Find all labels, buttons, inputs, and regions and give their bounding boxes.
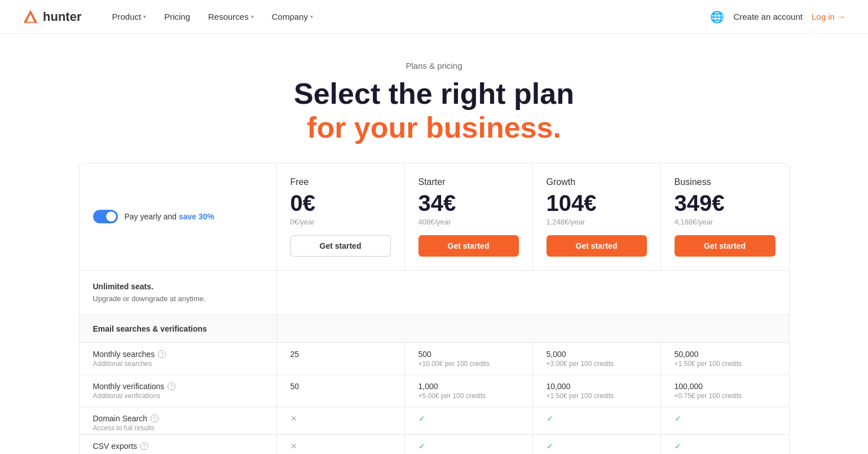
feature-csv-growth: ✓ [533, 435, 661, 454]
toggle-save-label: save 30% [179, 212, 214, 221]
unlimited-seats-title: Unlimited seats. [93, 282, 263, 291]
feature-domain-business: ✓ [661, 407, 789, 434]
toggle-knob [106, 211, 116, 222]
feature-domain-growth: ✓ [533, 407, 661, 434]
info-icon-verifications[interactable]: ? [168, 382, 175, 390]
starter-get-started-button[interactable]: Get started [418, 235, 519, 257]
plan-growth: Growth 104€ 1,248€/year Get started [533, 164, 661, 270]
pricing-table: Pay yearly and save 30% Free 0€ 0€/year … [79, 163, 790, 454]
login-link[interactable]: Log in → [812, 12, 845, 21]
feature-domain-sublabel: Access to full results [93, 424, 263, 432]
plan-business-price: 349€ [675, 192, 776, 214]
nav-right: 🌐 Create an account Log in → [710, 10, 845, 24]
feature-csv-label: CSV exports ? [93, 442, 263, 451]
feature-searches-free: 25 [277, 343, 405, 374]
plan-free-name: Free [290, 177, 391, 187]
feature-csv-free: ✕ [277, 435, 405, 454]
feature-domain-starter: ✓ [405, 407, 533, 434]
feature-searches-growth: 5,000 +3.00€ per 100 credits [533, 343, 661, 374]
nav-pricing[interactable]: Pricing [156, 7, 198, 26]
feature-row-domain-search: Domain Search ? Access to full results ✕… [80, 407, 789, 435]
check-icon-csv-growth: ✓ [547, 442, 553, 451]
info-icon-searches[interactable]: ? [158, 350, 166, 358]
chevron-down-icon: ▾ [143, 14, 146, 20]
toggle-cell: Pay yearly and save 30% [80, 164, 277, 270]
feature-domain-free: ✕ [277, 407, 405, 434]
feature-verifications-sublabel: Additional verifications [93, 392, 263, 400]
plan-starter-price: 34€ [418, 192, 519, 214]
check-icon-domain-starter: ✓ [418, 414, 425, 423]
yearly-toggle[interactable] [93, 210, 118, 223]
toggle-label: Pay yearly and save 30% [125, 212, 215, 221]
plan-growth-price: 104€ [547, 192, 647, 214]
info-icon-csv[interactable]: ? [140, 442, 148, 450]
feature-verifications-business: 100,000 +0.75€ per 100 credits [661, 375, 789, 407]
check-icon-domain-growth: ✓ [547, 414, 553, 423]
chevron-down-icon: ▾ [310, 14, 313, 20]
feature-domain-label: Domain Search ? [93, 414, 263, 423]
plan-free: Free 0€ 0€/year Get started [277, 164, 405, 270]
feature-row-verifications: Monthly verifications ? Additional verif… [80, 375, 789, 407]
plan-starter: Starter 34€ 408€/year Get started [405, 164, 533, 270]
info-icon-domain[interactable]: ? [151, 415, 158, 422]
plan-business: Business 349€ 4,188€/year Get started [661, 164, 789, 270]
navbar: hunter Product ▾ Pricing Resources ▾ Com… [0, 0, 868, 34]
unlimited-seats-spacer [277, 271, 789, 315]
logo-text: hunter [43, 10, 81, 24]
plan-growth-name: Growth [547, 177, 647, 187]
nav-product[interactable]: Product ▾ [104, 7, 154, 26]
plan-business-name: Business [675, 177, 776, 187]
create-account-link[interactable]: Create an account [733, 12, 803, 21]
feature-verifications-growth: 10,000 +1.50€ per 100 credits [533, 375, 661, 407]
feature-searches-sublabel: Additional searches [93, 360, 263, 368]
check-icon-csv-starter: ✓ [418, 442, 425, 451]
x-icon-domain-free: ✕ [290, 414, 297, 423]
logo-icon [23, 9, 38, 25]
hero-subtitle: Plans & pricing [11, 61, 857, 70]
feature-verifications-starter: 1,000 +5.00€ per 100 credits [405, 375, 533, 407]
nav-links: Product ▾ Pricing Resources ▾ Company ▾ [104, 7, 320, 26]
feature-csv-business: ✓ [661, 435, 789, 454]
feature-verifications-label: Monthly verifications ? [93, 382, 263, 391]
plan-starter-name: Starter [418, 177, 519, 187]
plan-free-peryear: 0€/year [290, 218, 391, 226]
feature-csv-starter: ✓ [405, 435, 533, 454]
unlimited-seats-cell: Unlimited seats. Upgrade or downgrade at… [80, 271, 277, 315]
feature-row-csv: CSV exports ? ✕ ✓ ✓ ✓ [80, 435, 789, 454]
nav-resources[interactable]: Resources ▾ [200, 7, 262, 26]
features-section-row: Email searches & verifications [80, 315, 789, 343]
business-get-started-button[interactable]: Get started [675, 235, 776, 257]
feature-domain-label-cell: Domain Search ? Access to full results [80, 407, 277, 434]
feature-verifications-label-cell: Monthly verifications ? Additional verif… [80, 375, 277, 407]
features-section-spacer [277, 315, 789, 342]
plan-growth-peryear: 1,248€/year [547, 218, 647, 226]
check-icon-domain-business: ✓ [675, 414, 681, 423]
feature-searches-business: 50,000 +1.50€ per 100 credits [661, 343, 789, 374]
free-get-started-button[interactable]: Get started [290, 235, 391, 257]
features-section-label: Email searches & verifications [80, 315, 277, 342]
growth-get-started-button[interactable]: Get started [547, 235, 647, 257]
feature-searches-starter: 500 +10.00€ per 100 credits [405, 343, 533, 374]
plan-starter-peryear: 408€/year [418, 218, 519, 226]
logo[interactable]: hunter [23, 9, 81, 25]
check-icon-csv-business: ✓ [675, 442, 681, 451]
feature-verifications-free: 50 [277, 375, 405, 407]
x-icon-csv-free: ✕ [290, 442, 297, 451]
unlimited-seats-subtitle: Upgrade or downgrade at anytime. [93, 294, 206, 303]
feature-searches-label: Monthly searches ? [93, 350, 263, 359]
hero-title: Select the right plan for your business. [11, 77, 857, 145]
feature-row-searches: Monthly searches ? Additional searches 2… [80, 343, 789, 375]
pricing-header-row: Pay yearly and save 30% Free 0€ 0€/year … [80, 164, 789, 271]
chevron-down-icon: ▾ [251, 14, 254, 20]
plan-free-price: 0€ [290, 192, 391, 214]
feature-csv-label-cell: CSV exports ? [80, 435, 277, 454]
nav-company[interactable]: Company ▾ [264, 7, 321, 26]
hero-section: Plans & pricing Select the right plan fo… [0, 34, 868, 163]
plan-business-peryear: 4,188€/year [675, 218, 776, 226]
pricing-section: Pay yearly and save 30% Free 0€ 0€/year … [56, 163, 812, 454]
unlimited-seats-row: Unlimited seats. Upgrade or downgrade at… [80, 271, 789, 315]
feature-searches-label-cell: Monthly searches ? Additional searches [80, 343, 277, 374]
globe-icon[interactable]: 🌐 [710, 10, 724, 24]
